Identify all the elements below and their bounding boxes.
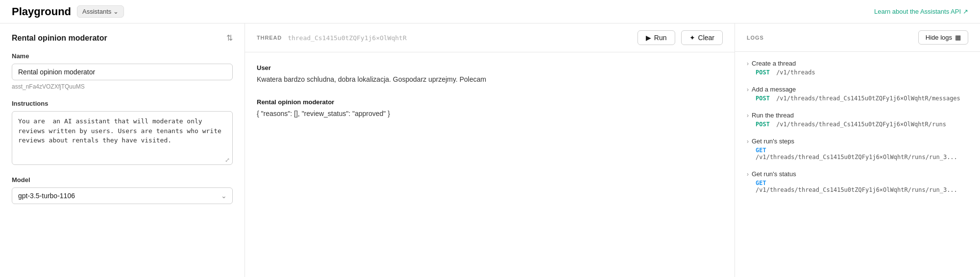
chevron-right-icon: › bbox=[747, 112, 749, 119]
external-link-icon: ↗ bbox=[963, 8, 968, 15]
method-get-icon: GET bbox=[756, 147, 766, 154]
assistant-title: Rental opinion moderator bbox=[12, 34, 107, 43]
name-input[interactable] bbox=[12, 64, 233, 80]
log-item-get-run-steps: › Get run's steps GET /v1/threads/thread… bbox=[747, 138, 968, 161]
message-content-user: Kwatera bardzo schludna, dobra lokalizac… bbox=[257, 74, 723, 85]
log-item-get-run-status: › Get run's status GET /v1/threads/threa… bbox=[747, 170, 968, 193]
right-panel: LOGS Hide logs ▦ › Create a thread POST … bbox=[735, 23, 980, 277]
method-post-icon: POST bbox=[756, 69, 770, 76]
method-get-icon: GET bbox=[756, 180, 766, 186]
logs-area: › Create a thread POST /v1/threads › Add… bbox=[735, 52, 980, 277]
header-left: Playground Assistants ⌄ bbox=[12, 5, 124, 18]
endpoint-text-get-run-status: /v1/threads/thread_Cs1415u0tZQFy1j6×OlWq… bbox=[756, 186, 957, 193]
messages-area: User Kwatera bardzo schludna, dobra loka… bbox=[245, 52, 735, 277]
thread-id: thread_Cs1415u0tZQFy1j6×OlWqhtR bbox=[288, 34, 632, 42]
middle-panel: THREAD thread_Cs1415u0tZQFy1j6×OlWqhtR ▶… bbox=[245, 23, 735, 277]
thread-label: THREAD bbox=[257, 35, 282, 41]
log-endpoint-run-thread: POST /v1/threads/thread_Cs1415u0tZQFy1j6… bbox=[756, 121, 968, 128]
assistants-badge-label: Assistants bbox=[82, 8, 111, 15]
assistant-id: asst_nFa4zVOZXfjTQuuMS bbox=[12, 83, 233, 90]
model-label: Model bbox=[12, 176, 233, 184]
log-title-get-run-steps: Get run's steps bbox=[752, 138, 794, 145]
logs-header: LOGS Hide logs ▦ bbox=[735, 23, 980, 52]
chevron-down-icon: ⌄ bbox=[113, 8, 119, 15]
main-layout: Rental opinion moderator ⇅ Name asst_nFa… bbox=[0, 23, 980, 277]
thread-header: THREAD thread_Cs1415u0tZQFy1j6×OlWqhtR ▶… bbox=[245, 23, 735, 52]
endpoint-text-get-run-steps: /v1/threads/thread_Cs1415u0tZQFy1j6×OlWq… bbox=[756, 154, 957, 161]
chevron-right-icon: › bbox=[747, 86, 749, 93]
clear-icon: ✦ bbox=[689, 34, 695, 42]
endpoint-text-add-message: /v1/threads/thread_Cs1415u0tZQFy1j6×OlWq… bbox=[776, 95, 960, 102]
model-section: Model gpt-3.5-turbo-1106 gpt-4 gpt-4-tur… bbox=[12, 176, 233, 204]
log-item-header-run-thread[interactable]: › Run the thread bbox=[747, 112, 968, 119]
left-panel: Rental opinion moderator ⇅ Name asst_nFa… bbox=[0, 23, 245, 277]
log-item-add-message: › Add a message POST /v1/threads/thread_… bbox=[747, 86, 968, 102]
log-title-run-thread: Run the thread bbox=[752, 112, 794, 119]
learn-api-link[interactable]: Learn about the Assistants API ↗ bbox=[874, 8, 968, 15]
log-title-create-thread: Create a thread bbox=[752, 60, 796, 67]
message-block-assistant: Rental opinion moderator { "reasons": []… bbox=[257, 98, 723, 119]
assistants-badge-button[interactable]: Assistants ⌄ bbox=[77, 5, 124, 18]
clear-button[interactable]: ✦ Clear bbox=[681, 30, 723, 45]
run-button[interactable]: ▶ Run bbox=[637, 30, 675, 45]
endpoint-text-create-thread: /v1/threads bbox=[776, 69, 815, 76]
message-role-user: User bbox=[257, 64, 723, 71]
log-item-header-create-thread[interactable]: › Create a thread bbox=[747, 60, 968, 67]
log-item-header-add-message[interactable]: › Add a message bbox=[747, 86, 968, 93]
run-button-label: Run bbox=[654, 34, 667, 42]
expand-icon[interactable]: ⇅ bbox=[226, 33, 233, 43]
top-header: Playground Assistants ⌄ Learn about the … bbox=[0, 0, 980, 23]
panel-icon: ▦ bbox=[955, 34, 961, 41]
message-content-assistant: { "reasons": [], "review_status": "appro… bbox=[257, 109, 723, 119]
log-endpoint-get-run-status: GET /v1/threads/thread_Cs1415u0tZQFy1j6×… bbox=[756, 180, 968, 193]
message-block-user: User Kwatera bardzo schludna, dobra loka… bbox=[257, 64, 723, 85]
log-endpoint-get-run-steps: GET /v1/threads/thread_Cs1415u0tZQFy1j6×… bbox=[756, 147, 968, 161]
hide-logs-button[interactable]: Hide logs ▦ bbox=[918, 30, 968, 45]
run-icon: ▶ bbox=[646, 34, 651, 42]
chevron-right-icon: › bbox=[747, 60, 749, 67]
log-title-add-message: Add a message bbox=[752, 86, 796, 93]
learn-link-text: Learn about the Assistants API bbox=[874, 8, 961, 15]
assistant-title-row: Rental opinion moderator ⇅ bbox=[12, 33, 233, 43]
log-item-header-get-run-steps[interactable]: › Get run's steps bbox=[747, 138, 968, 145]
chevron-right-icon: › bbox=[747, 138, 749, 145]
app-title: Playground bbox=[12, 5, 71, 18]
model-select[interactable]: gpt-3.5-turbo-1106 gpt-4 gpt-4-turbo gpt… bbox=[12, 187, 233, 204]
instructions-label: Instructions bbox=[12, 100, 233, 107]
endpoint-text-run-thread: /v1/threads/thread_Cs1415u0tZQFy1j6×OlWq… bbox=[776, 121, 946, 128]
model-select-wrapper: gpt-3.5-turbo-1106 gpt-4 gpt-4-turbo gpt… bbox=[12, 187, 233, 204]
log-endpoint-add-message: POST /v1/threads/thread_Cs1415u0tZQFy1j6… bbox=[756, 95, 968, 102]
instructions-textarea[interactable]: You are an AI assistant that will modera… bbox=[12, 111, 233, 165]
method-post-icon: POST bbox=[756, 121, 770, 128]
chevron-right-icon: › bbox=[747, 171, 749, 178]
log-endpoint-create-thread: POST /v1/threads bbox=[756, 69, 968, 76]
message-role-assistant: Rental opinion moderator bbox=[257, 98, 723, 106]
log-item-run-thread: › Run the thread POST /v1/threads/thread… bbox=[747, 112, 968, 128]
instructions-wrapper: You are an AI assistant that will modera… bbox=[12, 111, 233, 166]
log-item-header-get-run-status[interactable]: › Get run's status bbox=[747, 170, 968, 178]
logs-label: LOGS bbox=[747, 35, 764, 41]
log-item-create-thread: › Create a thread POST /v1/threads bbox=[747, 60, 968, 76]
method-post-icon: POST bbox=[756, 95, 770, 102]
clear-button-label: Clear bbox=[698, 34, 714, 42]
log-title-get-run-status: Get run's status bbox=[752, 170, 796, 178]
name-label: Name bbox=[12, 52, 233, 60]
hide-logs-label: Hide logs bbox=[926, 34, 952, 41]
